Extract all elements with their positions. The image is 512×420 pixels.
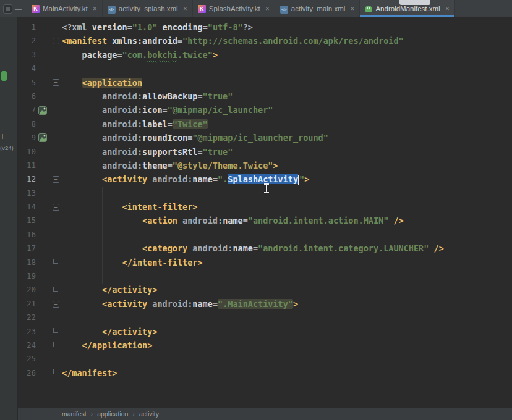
project-tree-selection-fragment[interactable] — [1, 71, 7, 81]
code-line[interactable]: 9 android:roundIcon="@mipmap/ic_launcher… — [17, 131, 512, 145]
tab-splashactivity-kt[interactable]: KSplashActivity.kt✕ — [193, 0, 275, 17]
code-line[interactable]: 17 <category android:name="android.inten… — [17, 242, 512, 255]
fold-end-icon[interactable] — [53, 259, 58, 264]
fold-collapse-icon[interactable]: − — [53, 176, 59, 183]
tab-activity-main-xml[interactable]: </>activity_main.xml✕ — [275, 0, 361, 17]
code-token: <application — [82, 78, 143, 88]
code-token — [388, 216, 393, 225]
code-line[interactable]: 12− <activity android:name=".SplashActiv… — [17, 172, 512, 186]
left-tool-strip: l (v24) — [0, 17, 18, 420]
code-token: </application> — [82, 340, 153, 350]
fold-column: − — [49, 176, 62, 183]
code-token: = — [203, 22, 208, 32]
code-line[interactable]: 4 — [17, 62, 512, 75]
code-token: = — [213, 174, 218, 184]
editor[interactable]: 1<?xml version="1.0" encoding="utf-8"?>2… — [17, 17, 512, 408]
fold-collapse-icon[interactable]: − — [53, 79, 59, 86]
tab-close-icon[interactable]: ✕ — [183, 6, 187, 12]
code-line[interactable]: 7 android:icon="@mipmap/ic_launcher" — [17, 103, 512, 117]
code-line[interactable]: 25 — [17, 352, 512, 366]
breadcrumb-application[interactable]: application — [97, 410, 128, 418]
code-token — [62, 258, 122, 267]
code-token — [429, 243, 433, 253]
android-manifest-file-icon — [365, 4, 372, 13]
code-token: name — [223, 216, 243, 225]
tab-activity-splash-xml[interactable]: </>activity_splash.xml✕ — [103, 0, 193, 17]
line-number: 22 — [17, 311, 36, 324]
code-token: android: — [102, 91, 142, 101]
code-line[interactable]: 1<?xml version="1.0" encoding="utf-8"?> — [17, 20, 512, 34]
fold-end-icon[interactable] — [53, 342, 58, 347]
android-xml-file-icon: </> — [280, 4, 288, 14]
line-number: 21 — [17, 297, 36, 311]
code-token: <category — [142, 243, 187, 253]
tab-label: activity_splash.xml — [119, 5, 178, 12]
code-line[interactable]: 5− <application — [17, 76, 512, 90]
code-token: "@mipmap/ic_launcher_round" — [192, 133, 328, 143]
fold-end-icon[interactable] — [53, 328, 58, 333]
line-number: 18 — [17, 256, 36, 269]
gutter-image-preview-icon[interactable] — [36, 106, 49, 115]
tab-close-icon[interactable]: ✕ — [350, 6, 354, 12]
code-lines[interactable]: 1<?xml version="1.0" encoding="utf-8"?>2… — [17, 17, 512, 380]
code-text: android:label="Twice" — [62, 117, 512, 131]
tab-mainactivity-kt[interactable]: KMainActivity.kt✕ — [27, 0, 103, 17]
code-line[interactable]: 23 </activity> — [17, 325, 512, 338]
code-token: .twice" — [177, 50, 213, 60]
code-line[interactable]: 16 — [17, 228, 512, 242]
code-line[interactable]: 15 <action android:name="android.intent.… — [17, 214, 512, 227]
tab-close-icon[interactable]: ✕ — [93, 6, 97, 12]
tab-close-icon[interactable]: ✕ — [265, 6, 270, 12]
code-line[interactable]: 19 — [17, 269, 512, 283]
fold-column — [49, 288, 62, 292]
code-line[interactable]: 22 — [17, 311, 512, 324]
code-token: > — [304, 174, 309, 184]
code-line[interactable]: 3 package="com.bokchi.twice"> — [17, 48, 512, 62]
project-tree-text-fragment: (v24) — [0, 145, 14, 151]
code-line[interactable]: 10 android:supportsRtl="true" — [17, 145, 512, 159]
line-number: 23 — [17, 325, 36, 338]
code-text: android:theme="@style/Theme.Twice"> — [62, 159, 512, 172]
line-number: 10 — [17, 145, 36, 159]
line-number: 13 — [17, 187, 36, 200]
fold-collapse-icon[interactable]: − — [53, 204, 59, 211]
code-line[interactable]: 24 </application> — [17, 338, 512, 352]
breadcrumb-bar: manifest › application › activity — [17, 408, 512, 420]
code-token: xmlns:android — [112, 36, 177, 46]
fold-collapse-icon[interactable]: − — [53, 301, 59, 308]
fold-column — [49, 261, 62, 264]
code-line[interactable]: 14− <intent-filter> — [17, 200, 512, 214]
breadcrumb-manifest[interactable]: manifest — [62, 410, 87, 418]
breadcrumb-activity[interactable]: activity — [139, 410, 159, 418]
tool-window-icon[interactable] — [3, 4, 12, 14]
code-token — [177, 216, 182, 225]
project-tree-text-fragment: l — [2, 133, 3, 140]
code-line[interactable]: 18 </intent-filter> — [17, 256, 512, 269]
overflow-dash-icon[interactable]: — — [15, 5, 22, 12]
fold-column: − — [49, 204, 62, 211]
code-line[interactable]: 2−<manifest xmlns:android="http://schema… — [17, 34, 512, 48]
tabbar-corner: — — [0, 0, 27, 17]
code-line[interactable]: 26</manifest> — [17, 366, 512, 380]
code-line[interactable]: 20 </activity> — [17, 283, 512, 296]
code-token: icon — [142, 105, 163, 115]
fold-end-icon[interactable] — [53, 369, 58, 374]
code-token: roundIcon — [142, 133, 187, 143]
code-token: /> — [394, 216, 404, 225]
code-token: ". — [218, 174, 228, 184]
code-line[interactable]: 13 — [17, 187, 512, 200]
tab-label: MainActivity.kt — [43, 5, 88, 12]
fold-end-icon[interactable] — [53, 287, 58, 292]
fold-collapse-icon[interactable]: − — [53, 38, 59, 44]
code-line[interactable]: 21− <activity android:name=".MainActivit… — [17, 297, 512, 311]
code-token — [62, 119, 102, 129]
code-line[interactable]: 11 android:theme="@style/Theme.Twice"> — [17, 159, 512, 172]
code-line[interactable]: 8 android:label="Twice" — [17, 117, 512, 131]
code-token: = — [213, 299, 218, 309]
code-token — [62, 91, 102, 101]
code-line[interactable]: 6 android:allowBackup="true" — [17, 90, 512, 103]
gutter-image-preview-icon[interactable] — [36, 133, 49, 142]
tab-close-icon[interactable]: ✕ — [445, 6, 450, 12]
code-token — [157, 22, 162, 32]
fold-column: − — [49, 79, 62, 86]
